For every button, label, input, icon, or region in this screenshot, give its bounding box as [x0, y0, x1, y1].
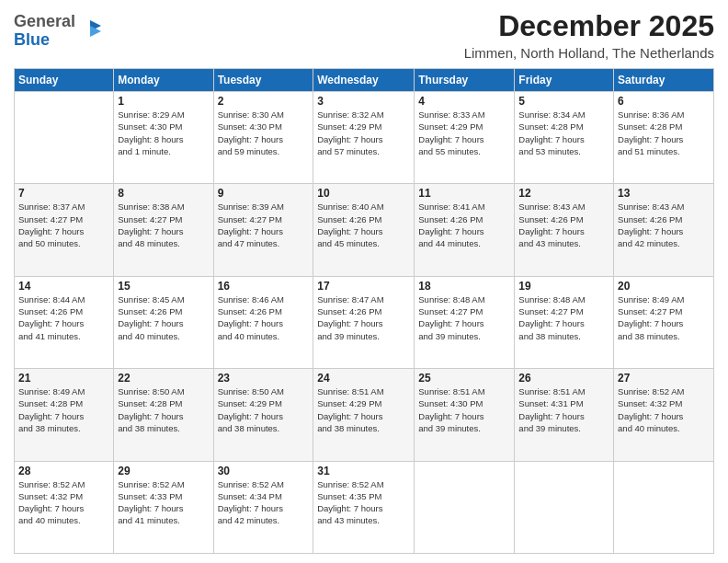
day-number: 24: [317, 372, 410, 385]
day-info: Sunrise: 8:30 AM Sunset: 4:30 PM Dayligh…: [218, 109, 310, 157]
day-number: 8: [118, 187, 209, 200]
day-info: Sunrise: 8:52 AM Sunset: 4:32 PM Dayligh…: [18, 478, 109, 527]
calendar-cell: 28Sunrise: 8:52 AM Sunset: 4:32 PM Dayli…: [15, 461, 114, 553]
day-info: Sunrise: 8:44 AM Sunset: 4:26 PM Dayligh…: [18, 293, 109, 342]
day-info: Sunrise: 8:38 AM Sunset: 4:27 PM Dayligh…: [118, 201, 209, 249]
day-number: 15: [118, 280, 209, 293]
day-info: Sunrise: 8:49 AM Sunset: 4:27 PM Dayligh…: [618, 293, 710, 342]
calendar-cell: [515, 461, 614, 553]
calendar-cell: 5Sunrise: 8:34 AM Sunset: 4:28 PM Daylig…: [515, 92, 614, 184]
day-number: 7: [18, 187, 109, 200]
calendar-cell: 12Sunrise: 8:43 AM Sunset: 4:26 PM Dayli…: [515, 184, 614, 276]
calendar-cell: 31Sunrise: 8:52 AM Sunset: 4:35 PM Dayli…: [313, 461, 415, 553]
calendar-week-row: 1Sunrise: 8:29 AM Sunset: 4:30 PM Daylig…: [15, 92, 714, 184]
calendar-cell: 13Sunrise: 8:43 AM Sunset: 4:26 PM Dayli…: [614, 184, 714, 276]
calendar-cell: 6Sunrise: 8:36 AM Sunset: 4:28 PM Daylig…: [614, 92, 714, 184]
day-info: Sunrise: 8:43 AM Sunset: 4:26 PM Dayligh…: [618, 201, 710, 249]
day-number: 25: [418, 372, 510, 385]
calendar-cell: 3Sunrise: 8:32 AM Sunset: 4:29 PM Daylig…: [313, 92, 415, 184]
calendar-cell: 25Sunrise: 8:51 AM Sunset: 4:30 PM Dayli…: [415, 369, 515, 461]
calendar-cell: 21Sunrise: 8:49 AM Sunset: 4:28 PM Dayli…: [15, 369, 114, 461]
day-number: 28: [18, 465, 109, 477]
logo-general-text: General: [14, 12, 75, 30]
calendar-cell: 27Sunrise: 8:52 AM Sunset: 4:32 PM Dayli…: [614, 369, 714, 461]
month-year-title: December 2025: [464, 9, 714, 43]
day-number: 20: [618, 280, 710, 293]
day-info: Sunrise: 8:50 AM Sunset: 4:28 PM Dayligh…: [118, 385, 209, 434]
day-number: 29: [118, 465, 209, 477]
day-info: Sunrise: 8:43 AM Sunset: 4:26 PM Dayligh…: [518, 201, 609, 249]
calendar-cell: 24Sunrise: 8:51 AM Sunset: 4:29 PM Dayli…: [313, 369, 415, 461]
calendar-cell: 17Sunrise: 8:47 AM Sunset: 4:26 PM Dayli…: [313, 276, 415, 368]
calendar-cell: 8Sunrise: 8:38 AM Sunset: 4:27 PM Daylig…: [114, 184, 213, 276]
day-info: Sunrise: 8:49 AM Sunset: 4:28 PM Dayligh…: [18, 385, 109, 434]
calendar-cell: 26Sunrise: 8:51 AM Sunset: 4:31 PM Dayli…: [515, 369, 614, 461]
calendar-cell: [15, 92, 114, 184]
col-friday: Friday: [515, 69, 614, 92]
day-info: Sunrise: 8:48 AM Sunset: 4:27 PM Dayligh…: [518, 293, 609, 342]
day-info: Sunrise: 8:33 AM Sunset: 4:29 PM Dayligh…: [418, 109, 510, 157]
col-sunday: Sunday: [15, 69, 114, 92]
day-number: 19: [518, 280, 609, 293]
day-number: 2: [218, 95, 310, 108]
day-number: 5: [518, 95, 609, 108]
day-info: Sunrise: 8:39 AM Sunset: 4:27 PM Dayligh…: [218, 201, 310, 249]
day-number: 18: [418, 280, 510, 293]
calendar-cell: 14Sunrise: 8:44 AM Sunset: 4:26 PM Dayli…: [15, 276, 114, 368]
day-info: Sunrise: 8:45 AM Sunset: 4:26 PM Dayligh…: [118, 293, 209, 342]
calendar-cell: 22Sunrise: 8:50 AM Sunset: 4:28 PM Dayli…: [114, 369, 213, 461]
calendar-cell: 15Sunrise: 8:45 AM Sunset: 4:26 PM Dayli…: [114, 276, 213, 368]
calendar-cell: 30Sunrise: 8:52 AM Sunset: 4:34 PM Dayli…: [213, 461, 313, 553]
day-info: Sunrise: 8:40 AM Sunset: 4:26 PM Dayligh…: [317, 201, 410, 249]
day-info: Sunrise: 8:52 AM Sunset: 4:33 PM Dayligh…: [118, 478, 209, 527]
calendar-cell: [614, 461, 714, 553]
day-info: Sunrise: 8:37 AM Sunset: 4:27 PM Dayligh…: [18, 201, 109, 249]
calendar-cell: 2Sunrise: 8:30 AM Sunset: 4:30 PM Daylig…: [213, 92, 313, 184]
location-subtitle: Limmen, North Holland, The Netherlands: [464, 45, 714, 61]
col-monday: Monday: [114, 69, 213, 92]
day-number: 6: [618, 95, 710, 108]
calendar-cell: 23Sunrise: 8:50 AM Sunset: 4:29 PM Dayli…: [213, 369, 313, 461]
logo-blue-text: Blue: [14, 30, 50, 49]
calendar-week-row: 14Sunrise: 8:44 AM Sunset: 4:26 PM Dayli…: [15, 276, 714, 368]
day-info: Sunrise: 8:51 AM Sunset: 4:31 PM Dayligh…: [518, 385, 609, 434]
day-number: 10: [317, 187, 410, 200]
calendar-week-row: 28Sunrise: 8:52 AM Sunset: 4:32 PM Dayli…: [15, 461, 714, 553]
day-info: Sunrise: 8:36 AM Sunset: 4:28 PM Dayligh…: [618, 109, 710, 157]
calendar-cell: 1Sunrise: 8:29 AM Sunset: 4:30 PM Daylig…: [114, 92, 213, 184]
day-info: Sunrise: 8:50 AM Sunset: 4:29 PM Dayligh…: [218, 385, 310, 434]
day-info: Sunrise: 8:47 AM Sunset: 4:26 PM Dayligh…: [317, 293, 410, 342]
col-tuesday: Tuesday: [213, 69, 313, 92]
day-number: 11: [418, 187, 510, 200]
day-number: 9: [218, 187, 310, 200]
calendar-cell: 20Sunrise: 8:49 AM Sunset: 4:27 PM Dayli…: [614, 276, 714, 368]
day-number: 23: [218, 372, 310, 385]
day-number: 27: [618, 372, 710, 385]
calendar-cell: 19Sunrise: 8:48 AM Sunset: 4:27 PM Dayli…: [515, 276, 614, 368]
col-thursday: Thursday: [415, 69, 515, 92]
calendar-cell: 4Sunrise: 8:33 AM Sunset: 4:29 PM Daylig…: [415, 92, 515, 184]
calendar-header-row: Sunday Monday Tuesday Wednesday Thursday…: [15, 69, 714, 92]
calendar-cell: 29Sunrise: 8:52 AM Sunset: 4:33 PM Dayli…: [114, 461, 213, 553]
day-info: Sunrise: 8:34 AM Sunset: 4:28 PM Dayligh…: [518, 109, 609, 157]
day-info: Sunrise: 8:51 AM Sunset: 4:29 PM Dayligh…: [317, 385, 410, 434]
day-number: 26: [518, 372, 609, 385]
day-info: Sunrise: 8:52 AM Sunset: 4:35 PM Dayligh…: [317, 478, 410, 527]
calendar-table: Sunday Monday Tuesday Wednesday Thursday…: [14, 68, 714, 554]
day-number: 22: [118, 372, 209, 385]
logo: General Blue: [14, 13, 103, 50]
logo-flag-icon: [77, 18, 103, 44]
calendar-cell: 10Sunrise: 8:40 AM Sunset: 4:26 PM Dayli…: [313, 184, 415, 276]
day-info: Sunrise: 8:51 AM Sunset: 4:30 PM Dayligh…: [418, 385, 510, 434]
day-info: Sunrise: 8:32 AM Sunset: 4:29 PM Dayligh…: [317, 109, 410, 157]
calendar-cell: 9Sunrise: 8:39 AM Sunset: 4:27 PM Daylig…: [213, 184, 313, 276]
calendar-cell: 16Sunrise: 8:46 AM Sunset: 4:26 PM Dayli…: [213, 276, 313, 368]
day-number: 21: [18, 372, 109, 385]
day-info: Sunrise: 8:52 AM Sunset: 4:34 PM Dayligh…: [218, 478, 310, 527]
title-block: December 2025 Limmen, North Holland, The…: [464, 9, 714, 61]
calendar-week-row: 7Sunrise: 8:37 AM Sunset: 4:27 PM Daylig…: [15, 184, 714, 276]
calendar-cell: [415, 461, 515, 553]
header: General Blue December 2025 Limmen, North…: [14, 9, 714, 61]
day-number: 31: [317, 465, 410, 477]
day-info: Sunrise: 8:29 AM Sunset: 4:30 PM Dayligh…: [118, 109, 209, 157]
